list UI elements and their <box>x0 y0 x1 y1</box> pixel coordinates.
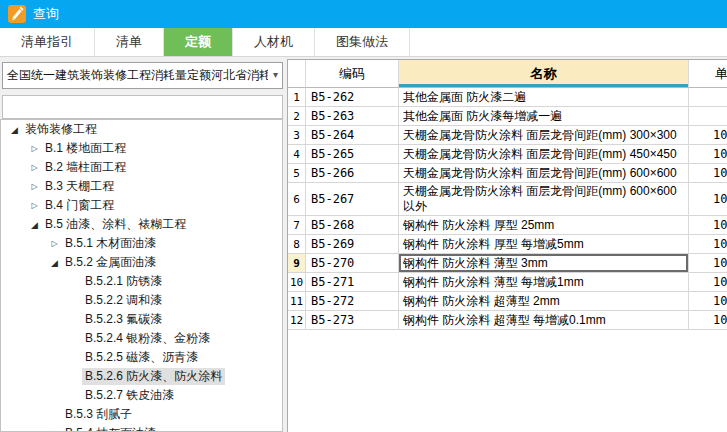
tab-bar: 清单指引 清单 定额 人材机 图集做法 <box>0 28 727 57</box>
row-number-cell[interactable]: 2 <box>288 107 306 126</box>
row-number-cell[interactable]: 6 <box>288 183 306 216</box>
tab-labor-material-machine[interactable]: 人材机 <box>233 28 315 56</box>
tree-item[interactable]: ◢ 装饰装修工程 <box>1 120 282 139</box>
table-row[interactable]: 9 B5-270 钢构件 防火涂料 薄型 3mm 10 <box>288 254 727 273</box>
name-cell[interactable]: 钢构件 防火涂料 薄型 每增减1mm <box>399 273 689 292</box>
tree-item[interactable]: ▷ B.5.1 木材面油漆 <box>1 234 282 253</box>
row-number-cell[interactable]: 4 <box>288 145 306 164</box>
tab-list-guide[interactable]: 清单指引 <box>0 28 95 56</box>
row-number-cell[interactable]: 5 <box>288 164 306 183</box>
code-cell[interactable]: B5-266 <box>306 164 399 183</box>
expanded-icon[interactable]: ◢ <box>7 125 22 135</box>
tree-item[interactable]: B.5.2.5 磁漆、沥青漆 <box>1 348 282 367</box>
name-cell[interactable]: 其他金属面 防火漆每增减一遍 <box>399 107 689 126</box>
code-cell[interactable]: B5-267 <box>306 183 399 216</box>
code-cell[interactable]: B5-262 <box>306 88 399 107</box>
name-cell[interactable]: 天棚金属龙骨防火涂料 面层龙骨间距(mm) 600×600以外 <box>399 183 689 216</box>
table-row[interactable]: 5 B5-266 天棚金属龙骨防火涂料 面层龙骨间距(mm) 600×600 1… <box>288 164 727 183</box>
name-cell[interactable]: 天棚金属龙骨防火涂料 面层龙骨间距(mm) 450×450 <box>399 145 689 164</box>
table-row[interactable]: 7 B5-268 钢构件 防火涂料 厚型 25mm 10 <box>288 216 727 235</box>
code-cell[interactable]: B5-265 <box>306 145 399 164</box>
code-cell[interactable]: B5-272 <box>306 292 399 311</box>
code-cell[interactable]: B5-264 <box>306 126 399 145</box>
unit-cell[interactable]: 10 <box>689 235 727 254</box>
collapsed-icon[interactable]: ▷ <box>27 201 42 210</box>
unit-cell[interactable]: 10 <box>689 145 727 164</box>
name-cell[interactable]: 其他金属面 防火漆二遍 <box>399 88 689 107</box>
tree-item[interactable]: ▷ B.2 墙柱面工程 <box>1 158 282 177</box>
tree-item[interactable]: B.5.3 刮腻子 <box>1 405 282 424</box>
table-row[interactable]: 12 B5-273 钢构件 防火涂料 超薄型 每增减0.1mm 10 <box>288 311 727 330</box>
tree-item[interactable]: B.5.2.3 氟碳漆 <box>1 310 282 329</box>
tab-atlas-method[interactable]: 图集做法 <box>315 28 410 56</box>
unit-cell[interactable]: 10 <box>689 183 727 216</box>
tab-list[interactable]: 清单 <box>95 28 164 56</box>
tree-item[interactable]: ▷ B.1 楼地面工程 <box>1 139 282 158</box>
row-number-header <box>288 60 306 88</box>
collapsed-icon[interactable]: ▷ <box>27 144 42 153</box>
collapsed-icon[interactable]: ▷ <box>47 239 62 248</box>
unit-cell[interactable]: 10 <box>689 164 727 183</box>
name-cell[interactable]: 天棚金属龙骨防火涂料 面层龙骨间距(mm) 300×300 <box>399 126 689 145</box>
table-body: 1 B5-262 其他金属面 防火漆二遍 2 B5-263 其他金属面 防火漆每… <box>288 88 727 330</box>
expanded-icon[interactable]: ◢ <box>47 258 62 268</box>
row-number-cell[interactable]: 3 <box>288 126 306 145</box>
table-row[interactable]: 4 B5-265 天棚金属龙骨防火涂料 面层龙骨间距(mm) 450×450 1… <box>288 145 727 164</box>
code-cell[interactable]: B5-271 <box>306 273 399 292</box>
row-number-cell[interactable]: 9 <box>288 254 306 273</box>
name-cell[interactable]: 天棚金属龙骨防火涂料 面层龙骨间距(mm) 600×600 <box>399 164 689 183</box>
code-cell[interactable]: B5-263 <box>306 107 399 126</box>
row-number-cell[interactable]: 7 <box>288 216 306 235</box>
tree-item[interactable]: ▷ B.3 天棚工程 <box>1 177 282 196</box>
code-cell[interactable]: B5-273 <box>306 311 399 330</box>
search-input[interactable] <box>2 95 283 119</box>
row-number-cell[interactable]: 10 <box>288 273 306 292</box>
code-cell[interactable]: B5-268 <box>306 216 399 235</box>
tree-item[interactable]: B.5.2.7 铁皮油漆 <box>1 386 282 405</box>
tree-item[interactable]: B.5.2.1 防锈漆 <box>1 272 282 291</box>
expanded-icon[interactable]: ◢ <box>27 220 42 230</box>
tree-item[interactable]: ▷ B.5.4 抹灰面油漆 <box>1 424 282 432</box>
unit-cell[interactable] <box>689 107 727 126</box>
row-number-cell[interactable]: 11 <box>288 292 306 311</box>
table-row[interactable]: 2 B5-263 其他金属面 防火漆每增减一遍 <box>288 107 727 126</box>
tree-item[interactable]: ◢ B.5 油漆、涂料、裱糊工程 <box>1 215 282 234</box>
tree-item[interactable]: ▷ B.4 门窗工程 <box>1 196 282 215</box>
table-row[interactable]: 1 B5-262 其他金属面 防火漆二遍 <box>288 88 727 107</box>
collapsed-icon[interactable]: ▷ <box>27 182 42 191</box>
unit-cell[interactable]: 10 <box>689 126 727 145</box>
tab-quota[interactable]: 定额 <box>164 28 233 56</box>
row-number-cell[interactable]: 12 <box>288 311 306 330</box>
quota-library-select[interactable]: 全国统一建筑装饰装修工程消耗量定额河北省消耗 ▾ <box>2 62 283 89</box>
unit-cell[interactable]: 10 <box>689 273 727 292</box>
query-window: 查询 清单指引 清单 定额 人材机 图集做法 全国统一建筑装饰装修工程消耗量定额… <box>0 0 727 432</box>
name-cell[interactable]: 钢构件 防火涂料 超薄型 2mm <box>399 292 689 311</box>
tree-item-label: B.5.2 金属面油漆 <box>62 254 159 271</box>
row-number-cell[interactable]: 1 <box>288 88 306 107</box>
row-number-cell[interactable]: 8 <box>288 235 306 254</box>
name-cell[interactable]: 钢构件 防火涂料 薄型 3mm <box>399 254 689 273</box>
code-cell[interactable]: B5-269 <box>306 235 399 254</box>
unit-cell[interactable]: 10 <box>689 216 727 235</box>
tree-item[interactable]: B.5.2.6 防火漆、防火涂料 <box>1 367 282 386</box>
unit-cell[interactable]: 10 <box>689 292 727 311</box>
table-row[interactable]: 6 B5-267 天棚金属龙骨防火涂料 面层龙骨间距(mm) 600×600以外… <box>288 183 727 216</box>
unit-cell[interactable]: 10 <box>689 254 727 273</box>
name-cell[interactable]: 钢构件 防火涂料 厚型 每增减5mm <box>399 235 689 254</box>
code-cell[interactable]: B5-270 <box>306 254 399 273</box>
app-logo-icon <box>8 5 26 23</box>
table-row[interactable]: 8 B5-269 钢构件 防火涂料 厚型 每增减5mm 10 <box>288 235 727 254</box>
table-row[interactable]: 3 B5-264 天棚金属龙骨防火涂料 面层龙骨间距(mm) 300×300 1… <box>288 126 727 145</box>
collapsed-icon[interactable]: ▷ <box>27 163 42 172</box>
tree-item-label: B.5.2.3 氟碳漆 <box>82 311 165 328</box>
tree-item[interactable]: B.5.2.2 调和漆 <box>1 291 282 310</box>
name-cell[interactable]: 钢构件 防火涂料 超薄型 每增减0.1mm <box>399 311 689 330</box>
name-cell[interactable]: 钢构件 防火涂料 厚型 25mm <box>399 216 689 235</box>
table-row[interactable]: 10 B5-271 钢构件 防火涂料 薄型 每增减1mm 10 <box>288 273 727 292</box>
unit-cell[interactable] <box>689 88 727 107</box>
tree-item[interactable]: B.5.2.4 银粉漆、金粉漆 <box>1 329 282 348</box>
tree-item[interactable]: ◢ B.5.2 金属面油漆 <box>1 253 282 272</box>
window-titlebar: 查询 <box>0 0 727 28</box>
unit-cell[interactable]: 10 <box>689 311 727 330</box>
table-row[interactable]: 11 B5-272 钢构件 防火涂料 超薄型 2mm 10 <box>288 292 727 311</box>
